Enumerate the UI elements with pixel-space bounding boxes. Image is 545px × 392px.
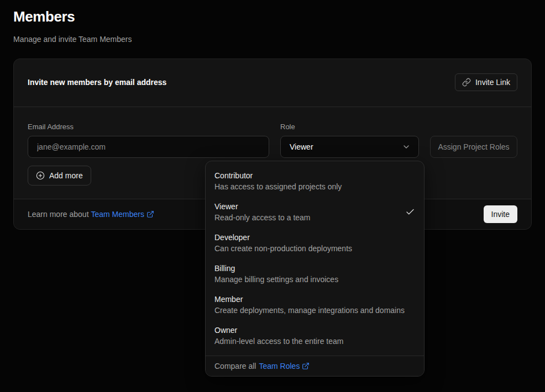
page-subtitle: Manage and invite Team Members [13,34,532,45]
role-option-description: Read-only access to a team [214,212,311,223]
role-select[interactable]: Viewer [280,136,419,158]
add-more-button-label: Add more [49,171,83,180]
role-option-billing[interactable]: BillingManage billing settings and invoi… [206,258,424,289]
assign-project-roles-button[interactable]: Assign Project Roles [430,136,517,158]
role-select-value: Viewer [290,142,313,151]
learn-more-prefix: Learn more about [28,210,89,219]
role-option-member[interactable]: MemberCreate deployments, manage integra… [206,289,424,320]
role-option-description: Create deployments, manage integrations … [214,305,405,316]
role-option-owner[interactable]: OwnerAdmin-level access to the entire te… [206,320,424,351]
learn-more-text: Learn more about Team Members [28,210,154,219]
add-more-button[interactable]: Add more [28,166,91,186]
role-option-name: Developer [214,232,352,243]
role-option-name: Billing [214,263,338,274]
invite-link-button-label: Invite Link [475,78,510,87]
role-option-name: Member [214,294,405,305]
role-option-description: Can create non-production deployments [214,243,352,254]
role-option-contributor[interactable]: ContributorHas access to assigned projec… [206,166,424,197]
role-option-name: Owner [214,325,343,336]
role-option-description: Manage billing settings and invoices [214,274,338,285]
team-roles-link[interactable]: Team Roles [259,361,310,372]
external-link-icon [302,362,310,370]
role-label: Role [280,123,419,131]
role-option-name: Contributor [214,170,342,181]
role-dropdown-options: ContributorHas access to assigned projec… [206,161,424,356]
role-option-name: Viewer [214,201,311,212]
page-header: Members Manage and invite Team Members [0,0,545,45]
team-members-link-label: Team Members [91,210,144,219]
role-option-viewer[interactable]: ViewerRead-only access to a team [206,197,424,227]
role-dropdown: ContributorHas access to assigned projec… [205,161,425,377]
link-icon [462,78,471,87]
team-roles-link-label: Team Roles [259,361,300,372]
circle-plus-icon [36,171,45,180]
invite-button-label: Invite [491,210,510,219]
role-option-developer[interactable]: DeveloperCan create non-production deplo… [206,227,424,258]
chevron-down-icon [402,142,411,151]
team-members-link[interactable]: Team Members [91,210,154,219]
card-header: Invite new members by email address Invi… [14,59,531,107]
role-dropdown-footer: Compare all Team Roles [206,356,424,376]
invite-button[interactable]: Invite [484,205,517,223]
invite-link-button[interactable]: Invite Link [455,73,517,91]
external-link-icon [146,210,154,218]
email-input[interactable] [28,136,269,158]
role-option-description: Has access to assigned projects only [214,181,342,192]
page-title: Members [13,8,532,25]
role-option-description: Admin-level access to the entire team [214,336,343,347]
compare-all-text: Compare all [214,361,256,372]
assign-project-roles-label: Assign Project Roles [438,142,509,151]
card-title: Invite new members by email address [28,77,166,88]
check-icon [405,207,415,217]
email-label: Email Address [28,123,269,131]
